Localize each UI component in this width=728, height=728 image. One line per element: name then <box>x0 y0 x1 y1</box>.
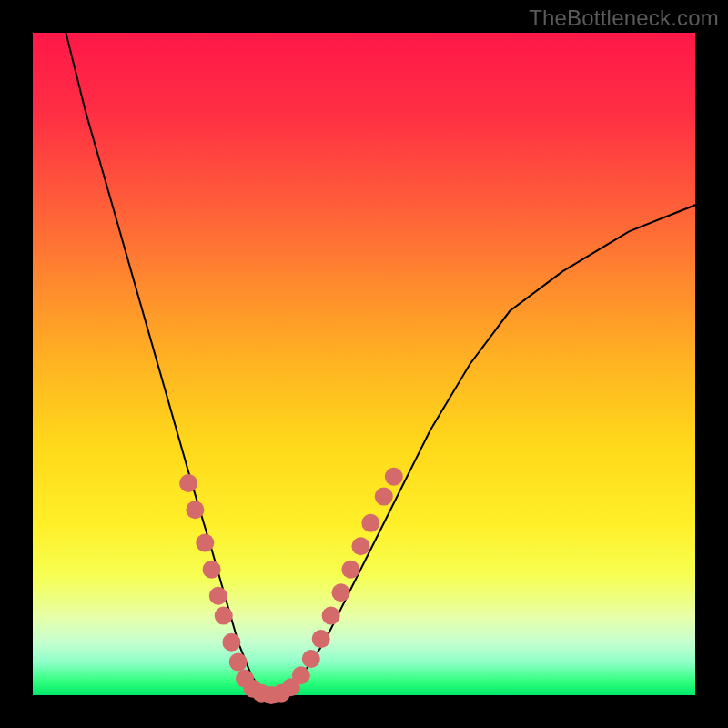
marker-dot <box>351 537 369 555</box>
marker-dot <box>361 514 379 532</box>
marker-dot <box>385 468 403 486</box>
marker-dot <box>196 534 214 552</box>
marker-dot <box>209 587 228 605</box>
marker-dot <box>375 488 393 506</box>
marker-dot <box>215 607 233 625</box>
marker-dot <box>322 607 340 625</box>
marker-dot <box>203 561 221 579</box>
watermark-text: TheBottleneck.com <box>529 5 719 31</box>
marker-dot <box>186 500 204 519</box>
chart-svg <box>33 33 695 695</box>
marker-dot <box>222 633 240 652</box>
marker-dot <box>229 653 248 672</box>
plot-area <box>33 33 695 695</box>
marker-dot <box>341 561 359 579</box>
marker-points <box>179 468 403 704</box>
marker-dot <box>179 474 197 492</box>
marker-dot <box>312 630 330 648</box>
marker-dot <box>292 666 310 684</box>
marker-dot <box>332 583 350 602</box>
curve-line <box>66 33 695 695</box>
marker-dot <box>302 650 320 668</box>
bottleneck-curve-path <box>66 33 695 695</box>
chart-frame: TheBottleneck.com <box>0 0 728 728</box>
